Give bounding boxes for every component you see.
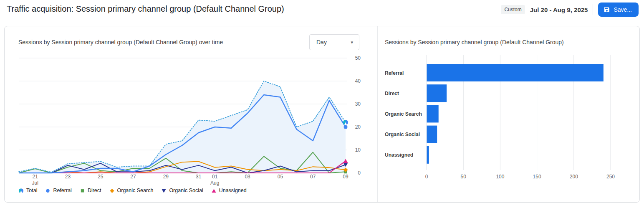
date-range[interactable]: Jul 20 - Aug 9, 2025 xyxy=(530,6,588,13)
line-chart-legend: TotalReferralDirectOrganic SearchOrganic… xyxy=(18,188,247,193)
triangle-down-icon xyxy=(161,188,167,193)
x-tick-label: 23 xyxy=(65,174,71,180)
legend-item-organic-social: Organic Social xyxy=(161,188,203,193)
x-tick-label: 200 xyxy=(570,174,578,180)
sessions-by-channel-bar-chart: 050100150200250ReferralDirectOrganic Sea… xyxy=(377,26,640,203)
legend-item-organic-search: Organic Search xyxy=(109,188,154,193)
page-title: Traffic acquisition: Session primary cha… xyxy=(7,4,284,14)
diamond-icon xyxy=(109,188,115,193)
x-tick-label: 50 xyxy=(461,174,467,180)
x-tick-sublabel: Aug xyxy=(210,180,219,186)
end-marker-referral xyxy=(344,125,348,129)
bar-category-label: Organic Search xyxy=(385,111,422,117)
y-tick-label: 40 xyxy=(355,78,361,84)
x-tick-label: 01 xyxy=(212,174,218,180)
sessions-over-time-line-chart: 0102030405021Jul232527293101Aug03050709 xyxy=(5,26,377,203)
square-icon xyxy=(80,188,85,193)
header-actions: Custom Jul 20 - Aug 9, 2025 Save... xyxy=(501,0,639,19)
y-tick-label: 20 xyxy=(355,124,361,130)
bar-unassigned xyxy=(427,146,429,164)
bar-category-label: Unassigned xyxy=(385,152,413,158)
date-preset-badge[interactable]: Custom xyxy=(501,5,525,14)
x-tick-sublabel: Jul xyxy=(32,180,38,186)
legend-item-direct: Direct xyxy=(80,188,101,193)
legend-label: Organic Search xyxy=(117,188,154,193)
x-tick-label: 05 xyxy=(278,174,283,180)
y-tick-label: 30 xyxy=(355,101,361,107)
bar-category-label: Referral xyxy=(385,70,404,76)
bar-organic-search xyxy=(427,105,439,122)
x-tick-label: 150 xyxy=(533,174,541,180)
legend-item-total: Total xyxy=(18,188,37,193)
legend-label: Organic Social xyxy=(169,188,203,193)
x-tick-label: 03 xyxy=(245,174,250,180)
report-header: Traffic acquisition: Session primary cha… xyxy=(0,0,644,19)
scallop-circle-icon xyxy=(18,188,24,193)
legend-label: Referral xyxy=(53,188,71,193)
save-button[interactable]: Save... xyxy=(598,3,639,17)
bar-category-label: Direct xyxy=(385,91,399,96)
x-tick-label: 09 xyxy=(343,174,349,180)
x-tick-label: 25 xyxy=(98,174,104,180)
x-tick-label: 27 xyxy=(130,174,136,180)
x-tick-label: 21 xyxy=(32,174,38,180)
y-tick-label: 10 xyxy=(355,147,361,153)
save-button-label: Save... xyxy=(614,6,632,13)
save-icon xyxy=(604,6,610,13)
x-tick-label: 0 xyxy=(425,174,428,180)
bar-referral xyxy=(427,64,604,81)
triangle-up-icon xyxy=(211,188,217,193)
x-tick-label: 250 xyxy=(606,174,615,180)
x-tick-label: 29 xyxy=(163,174,169,180)
legend-label: Unassigned xyxy=(219,188,247,193)
y-tick-label: 50 xyxy=(355,55,361,61)
legend-item-unassigned: Unassigned xyxy=(211,188,247,193)
bar-category-label: Organic Social xyxy=(385,132,420,137)
x-tick-label: 07 xyxy=(310,174,316,180)
legend-label: Total xyxy=(26,188,37,193)
legend-item-referral: Referral xyxy=(45,188,71,193)
traffic-acquisition-card: Sessions by Session primary channel grou… xyxy=(4,26,640,203)
header-divider xyxy=(593,4,593,15)
x-tick-label: 31 xyxy=(196,174,202,180)
bar-organic-social xyxy=(427,126,437,143)
y-tick-label: 0 xyxy=(358,170,361,176)
legend-label: Direct xyxy=(88,188,101,193)
bar-direct xyxy=(427,84,447,102)
x-tick-label: 100 xyxy=(496,174,504,180)
circle-icon xyxy=(45,188,51,193)
